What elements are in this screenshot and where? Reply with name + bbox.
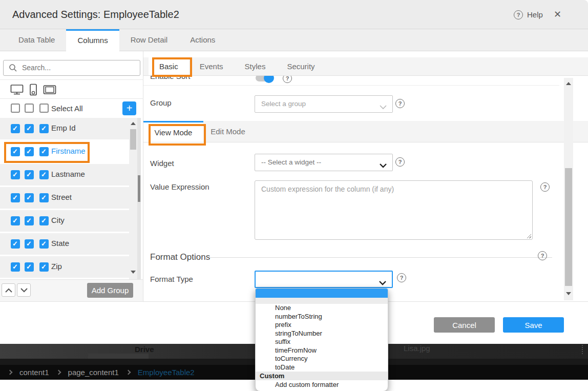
dropdown-option[interactable]: toCurrency [256, 355, 388, 363]
tab-columns[interactable]: Columns [66, 29, 119, 51]
desktop-icon[interactable] [10, 84, 24, 95]
dialog-header: Advanced Settings: EmployeeTable2 Help ✕ [0, 0, 588, 29]
close-icon[interactable]: ✕ [554, 9, 561, 20]
search-icon [9, 64, 17, 74]
mobile-icon[interactable] [29, 84, 38, 96]
checkbox-tablet[interactable] [39, 239, 49, 249]
dropdown-option[interactable]: stringToNumber [256, 330, 388, 338]
checkbox-desktop[interactable] [11, 193, 20, 202]
format-type-dropdown: None numberToString prefix stringToNumbe… [255, 288, 388, 391]
dropdown-selected-blank-option[interactable] [256, 289, 388, 298]
dropdown-option-add-custom-formatter[interactable]: Add custom formatter [256, 380, 388, 389]
select-all-tablet-checkbox[interactable] [39, 104, 49, 113]
dropdown-option[interactable]: timeFromNow [256, 346, 388, 355]
mode-tab-bar: View Mode Edit Mode [143, 121, 588, 142]
dropdown-option[interactable]: numberToString [256, 313, 388, 321]
checkbox-tablet[interactable] [39, 124, 49, 133]
tab-events[interactable]: Events [189, 57, 234, 75]
tab-data-table[interactable]: Data Table [7, 29, 66, 51]
add-group-button[interactable]: Add Group [87, 283, 133, 298]
select-all-mobile-checkbox[interactable] [25, 104, 34, 113]
column-row-firstname[interactable]: Firstname [0, 141, 129, 162]
help-icon[interactable] [514, 10, 523, 19]
move-up-button[interactable] [2, 283, 15, 297]
breadcrumb-item-content1[interactable]: content1 [19, 368, 49, 377]
format-type-help-icon[interactable] [397, 273, 406, 282]
dropdown-option[interactable]: toDate [256, 363, 388, 372]
checkbox-desktop[interactable] [11, 147, 20, 156]
column-row-city[interactable]: City [0, 210, 129, 232]
tab-edit-mode[interactable]: Edit Mode [203, 121, 253, 142]
breadcrumb-item-employeetable2[interactable]: EmployeeTable2 [138, 368, 195, 377]
value-expression-textarea[interactable]: Custom expression for the column (if any… [255, 180, 533, 240]
scrollbar-thumb[interactable] [138, 175, 140, 202]
checkbox-mobile[interactable] [25, 193, 34, 202]
column-label: Firstname [51, 147, 86, 155]
widget-select[interactable]: -- Select a widget -- [255, 154, 393, 171]
column-row-state[interactable]: State [0, 233, 129, 255]
sidebar-inner-scrollbar[interactable] [137, 118, 141, 279]
cancel-button[interactable]: Cancel [434, 317, 495, 333]
checkbox-mobile[interactable] [25, 239, 34, 249]
tablet-icon[interactable] [43, 85, 56, 95]
select-all-desktop-checkbox[interactable] [11, 104, 20, 113]
scroll-down-icon[interactable] [566, 292, 571, 295]
checkbox-desktop[interactable] [11, 239, 20, 249]
dropdown-option[interactable]: prefix [256, 321, 388, 330]
tab-view-mode[interactable]: View Mode [143, 121, 203, 142]
group-select[interactable]: Select a group [255, 95, 393, 113]
scroll-down-icon[interactable] [131, 271, 136, 274]
checkbox-tablet[interactable] [39, 147, 49, 156]
column-divider-dots [582, 345, 583, 354]
value-expression-help-icon[interactable] [540, 182, 550, 192]
dropdown-option[interactable]: suffix [256, 338, 388, 346]
checkbox-desktop[interactable] [11, 216, 20, 225]
column-row-lastname[interactable]: Lastname [0, 164, 129, 186]
checkbox-mobile[interactable] [25, 216, 34, 225]
resize-handle-icon[interactable] [526, 233, 531, 238]
panel-scrollbar[interactable] [564, 78, 573, 300]
checkbox-desktop[interactable] [11, 124, 20, 133]
widget-help-icon[interactable] [395, 157, 405, 167]
tab-styles[interactable]: Styles [234, 57, 277, 75]
checkbox-mobile[interactable] [25, 147, 34, 156]
column-row-emp-id[interactable]: Emp Id [0, 118, 129, 139]
tab-security[interactable]: Security [276, 57, 325, 75]
dropdown-option[interactable]: None [256, 304, 388, 313]
column-row-zip[interactable]: Zip [0, 256, 129, 278]
group-help-icon[interactable] [395, 99, 405, 108]
scroll-up-icon[interactable] [566, 82, 571, 85]
checkbox-mobile[interactable] [25, 262, 34, 272]
checkbox-tablet[interactable] [39, 170, 49, 179]
search-input[interactable] [22, 64, 124, 72]
save-button[interactable]: Save [503, 317, 564, 333]
checkbox-desktop[interactable] [11, 262, 20, 272]
checkbox-mobile[interactable] [25, 124, 34, 133]
scrollbar-thumb[interactable] [565, 168, 572, 286]
chevron-right-icon [8, 370, 13, 375]
column-row-street[interactable]: Street [0, 187, 129, 209]
checkbox-tablet[interactable] [39, 262, 49, 272]
column-label: Zip [51, 262, 62, 271]
format-type-select[interactable] [255, 271, 393, 288]
tab-row-detail[interactable]: Row Detail [119, 29, 179, 51]
format-options-help-icon[interactable] [538, 251, 547, 260]
scrollbar-thumb[interactable] [130, 129, 136, 150]
search-box[interactable] [3, 60, 140, 76]
help-link[interactable]: Help [527, 10, 543, 19]
format-type-label: Format Type [150, 275, 193, 283]
column-label: City [51, 216, 65, 224]
move-down-button[interactable] [17, 283, 31, 297]
scroll-up-icon[interactable] [131, 122, 136, 125]
breadcrumb-item-page-content1[interactable]: page_content1 [68, 368, 119, 377]
checkbox-tablet[interactable] [39, 193, 49, 202]
sidebar-scrollbar[interactable] [129, 118, 137, 279]
tab-actions[interactable]: Actions [179, 29, 226, 51]
checkbox-mobile[interactable] [25, 170, 34, 179]
background-table-cell [88, 354, 149, 359]
add-column-button[interactable]: + [122, 101, 136, 115]
tab-basic[interactable]: Basic [149, 57, 189, 75]
checkbox-desktop[interactable] [11, 170, 20, 179]
checkbox-tablet[interactable] [39, 216, 49, 225]
device-visibility-row [10, 81, 56, 98]
